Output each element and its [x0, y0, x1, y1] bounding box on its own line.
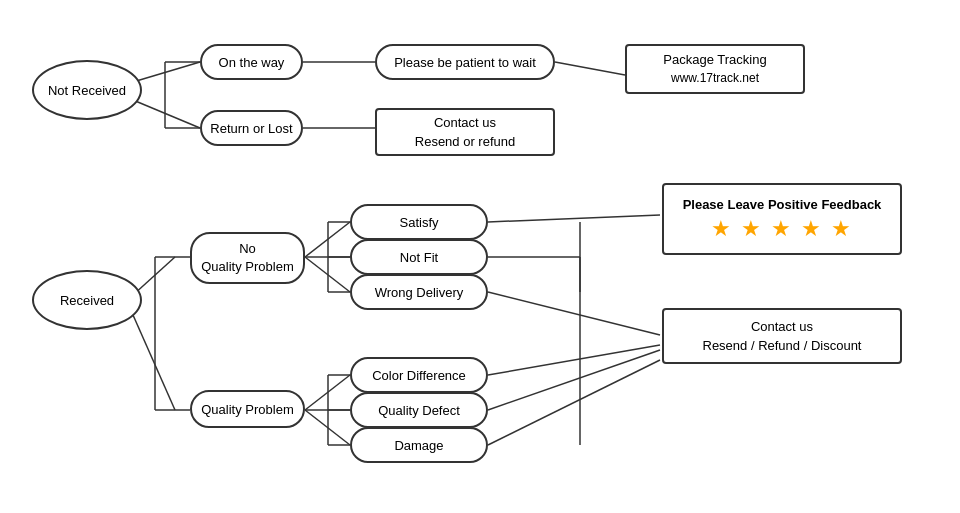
damage-node: Damage: [350, 427, 488, 463]
return-or-lost-node: Return or Lost: [200, 110, 303, 146]
svg-line-9: [133, 315, 175, 410]
received-node: Received: [32, 270, 142, 330]
positive-feedback-node: Please Leave Positive Feedback ★ ★ ★ ★ ★: [662, 183, 902, 255]
svg-line-4: [555, 62, 625, 75]
svg-line-27: [488, 215, 660, 222]
no-quality-problem-node: NoQuality Problem: [190, 232, 305, 284]
svg-line-8: [133, 257, 175, 295]
svg-line-29: [488, 292, 660, 335]
not-received-node: Not Received: [32, 60, 142, 120]
color-difference-node: Color Difference: [350, 357, 488, 393]
svg-line-0: [133, 62, 200, 82]
svg-line-1: [133, 100, 200, 128]
quality-problem-node: Quality Problem: [190, 390, 305, 428]
satisfy-node: Satisfy: [350, 204, 488, 240]
contact-resend2-node: Contact usResend / Refund / Discount: [662, 308, 902, 364]
star-rating: ★ ★ ★ ★ ★: [711, 216, 853, 242]
svg-line-32: [488, 360, 660, 445]
on-the-way-node: On the way: [200, 44, 303, 80]
contact-resend-node: Contact usResend or refund: [375, 108, 555, 156]
patient-node: Please be patient to wait: [375, 44, 555, 80]
not-fit-node: Not Fit: [350, 239, 488, 275]
package-tracking-node: Package Trackingwww.17track.net: [625, 44, 805, 94]
wrong-delivery-node: Wrong Delivery: [350, 274, 488, 310]
svg-line-31: [488, 350, 660, 410]
quality-defect-node: Quality Defect: [350, 392, 488, 428]
svg-line-30: [488, 345, 660, 375]
